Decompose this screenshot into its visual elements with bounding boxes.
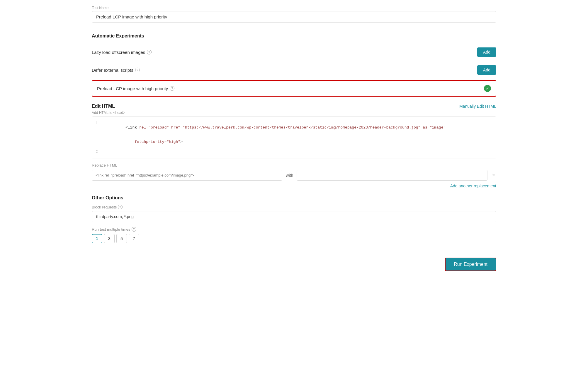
- experiment-rows-container: Lazy load offscreen images ? Add Defer e…: [92, 43, 496, 97]
- run-experiment-button[interactable]: Run Experiment: [445, 258, 496, 271]
- preload-lcp-label: Preload LCP image with high priority: [97, 86, 168, 91]
- experiment-row-lazy-load: Lazy load offscreen images ? Add: [92, 43, 496, 61]
- run-test-help-icon[interactable]: ?: [132, 227, 136, 232]
- line-num-1: 1: [96, 121, 103, 125]
- experiment-row-preload-lcp: Preload LCP image with high priority ? ✓: [92, 80, 496, 97]
- lazy-load-label: Lazy load offscreen images: [92, 50, 145, 55]
- defer-scripts-label-group: Defer external scripts ?: [92, 68, 140, 73]
- run-time-btn-3[interactable]: 3: [104, 234, 115, 243]
- run-test-label: Run test multiple times: [92, 227, 130, 232]
- defer-scripts-help-icon[interactable]: ?: [135, 68, 140, 72]
- line-num-2: 2: [96, 150, 103, 154]
- code-text-1: <link rel="preload" href="https://www.tr…: [103, 121, 446, 134]
- run-time-btn-5[interactable]: 5: [116, 234, 127, 243]
- code-line-1: 1 <link rel="preload" href="https://www.…: [92, 120, 496, 135]
- preload-lcp-help-icon[interactable]: ?: [170, 86, 174, 91]
- replace-row-close-button[interactable]: ×: [491, 172, 497, 178]
- replace-to-input[interactable]: [297, 170, 487, 181]
- run-times-buttons: 1 3 5 7: [92, 234, 496, 243]
- automatic-experiments-section: Automatic Experiments Lazy load offscree…: [92, 33, 496, 97]
- test-name-label: Test Name: [92, 6, 496, 10]
- experiment-row-defer-scripts: Defer external scripts ? Add: [92, 61, 496, 79]
- run-test-label-group: Run test multiple times ?: [92, 227, 496, 232]
- add-replacement-link[interactable]: Add another replacement: [92, 184, 496, 188]
- edit-html-header: Edit HTML Manually Edit HTML: [92, 104, 496, 109]
- block-requests-label-group: Block requests ?: [92, 205, 496, 209]
- code-line-1b: fetchpriority="high">: [92, 135, 496, 149]
- code-editor[interactable]: 1 <link rel="preload" href="https://www.…: [92, 117, 496, 158]
- block-requests-label: Block requests: [92, 205, 117, 209]
- bottom-bar: Run Experiment: [92, 253, 496, 271]
- replace-from-input[interactable]: [92, 170, 282, 181]
- test-name-section: Test Name: [92, 6, 496, 23]
- code-line-2: 2: [92, 149, 496, 155]
- manually-edit-link[interactable]: Manually Edit HTML: [459, 104, 496, 109]
- preload-lcp-label-group: Preload LCP image with high priority ?: [97, 86, 174, 91]
- replace-row: with ×: [92, 170, 496, 181]
- add-html-label: Add HTML to <head>: [92, 111, 496, 115]
- block-requests-help-icon[interactable]: ?: [118, 205, 123, 209]
- code-text-1b: fetchpriority="high">: [103, 135, 183, 148]
- preload-lcp-check-icon: ✓: [484, 85, 491, 92]
- other-options-section: Other Options Block requests ? Run test …: [92, 195, 496, 243]
- lazy-load-help-icon[interactable]: ?: [147, 50, 152, 54]
- automatic-experiments-heading: Automatic Experiments: [92, 33, 496, 39]
- with-label: with: [286, 173, 293, 178]
- edit-html-section: Edit HTML Manually Edit HTML Add HTML to…: [92, 104, 496, 188]
- test-name-input[interactable]: [92, 11, 496, 23]
- run-time-btn-7[interactable]: 7: [129, 234, 139, 243]
- divider-1: [92, 28, 496, 28]
- page-container: Test Name Automatic Experiments Lazy loa…: [92, 6, 496, 271]
- other-options-heading: Other Options: [92, 195, 496, 201]
- defer-scripts-add-button[interactable]: Add: [477, 65, 496, 75]
- lazy-load-label-group: Lazy load offscreen images ?: [92, 50, 152, 55]
- block-requests-input[interactable]: [92, 211, 496, 222]
- lazy-load-add-button[interactable]: Add: [477, 47, 496, 57]
- edit-html-title: Edit HTML: [92, 104, 115, 109]
- run-time-btn-1[interactable]: 1: [92, 234, 102, 243]
- replace-html-label: Replace HTML: [92, 163, 496, 167]
- defer-scripts-label: Defer external scripts: [92, 68, 133, 73]
